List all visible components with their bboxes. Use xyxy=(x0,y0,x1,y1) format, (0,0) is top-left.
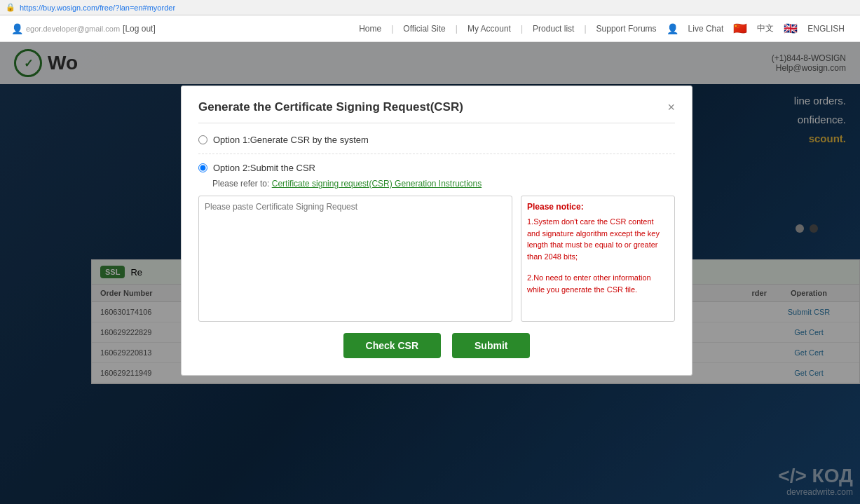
notice-point2: 2.No need to enter other information whi… xyxy=(527,272,669,295)
csr-modal: Generate the Certificate Signing Request… xyxy=(181,86,692,376)
lang-cn[interactable]: 中文 xyxy=(753,22,778,34)
submit-button[interactable]: Submit xyxy=(452,333,530,358)
url-bar: https://buy.wosign.com/free/?lan=en#myor… xyxy=(20,4,175,12)
logout-link[interactable]: [Log out] xyxy=(123,24,156,34)
option2-row: Option 2:Submit the CSR xyxy=(198,163,675,173)
option1-row: Option 1:Generate CSR by the system xyxy=(198,135,675,154)
top-nav-right: Home | Official Site | My Account | Prod… xyxy=(355,22,849,35)
page-background: ✓ Wo (+1)844-8-WOSIGN Help@wosign.com li… xyxy=(0,42,860,504)
nav-my-account[interactable]: My Account xyxy=(463,24,515,34)
option1-label: Option 1:Generate CSR by the system xyxy=(213,135,369,145)
user-email: egor.developer@gmail.com xyxy=(26,25,120,33)
live-chat-icon: 👤 xyxy=(662,23,683,34)
lock-icon: 🔒 xyxy=(6,3,15,12)
nav-home[interactable]: Home xyxy=(355,24,385,34)
refer-row: Please refer to: Certificate signing req… xyxy=(212,179,675,189)
top-nav-left: 👤 egor.developer@gmail.com [Log out] xyxy=(11,23,156,34)
csr-info-box: Please notice: 1.System don't care the C… xyxy=(521,196,675,322)
nav-support-forums[interactable]: Support Forums xyxy=(592,24,661,34)
csr-textarea[interactable] xyxy=(198,196,512,322)
nav-official-site[interactable]: Official Site xyxy=(399,24,449,34)
csr-content-area: Please notice: 1.System don't care the C… xyxy=(198,196,675,322)
nav-live-chat[interactable]: Live Chat xyxy=(684,24,728,34)
refer-link[interactable]: Certificate signing request(CSR) Generat… xyxy=(272,179,482,189)
browser-bar: 🔒 https://buy.wosign.com/free/?lan=en#my… xyxy=(0,0,860,15)
user-icon: 👤 xyxy=(11,23,23,34)
modal-header: Generate the Certificate Signing Request… xyxy=(198,100,675,123)
modal-title: Generate the Certificate Signing Request… xyxy=(198,100,463,114)
nav-product-list[interactable]: Product list xyxy=(528,24,578,34)
lang-en[interactable]: ENGLISH xyxy=(803,24,849,34)
flag-cn-icon: 🇨🇳 xyxy=(729,22,751,35)
modal-buttons: Check CSR Submit xyxy=(198,333,675,358)
modal-close-button[interactable]: × xyxy=(667,101,675,114)
flag-uk-icon: 🇬🇧 xyxy=(779,22,802,35)
option2-label: Option 2:Submit the CSR xyxy=(213,163,315,173)
option2-radio[interactable] xyxy=(198,163,207,172)
notice-title: Please notice: xyxy=(527,202,669,212)
notice-point1: 1.System don't care the CSR content and … xyxy=(527,216,669,262)
option1-radio[interactable] xyxy=(198,135,207,144)
top-nav: 👤 egor.developer@gmail.com [Log out] Hom… xyxy=(0,15,860,42)
check-csr-button[interactable]: Check CSR xyxy=(343,333,441,358)
refer-text: Please refer to: xyxy=(212,179,269,189)
